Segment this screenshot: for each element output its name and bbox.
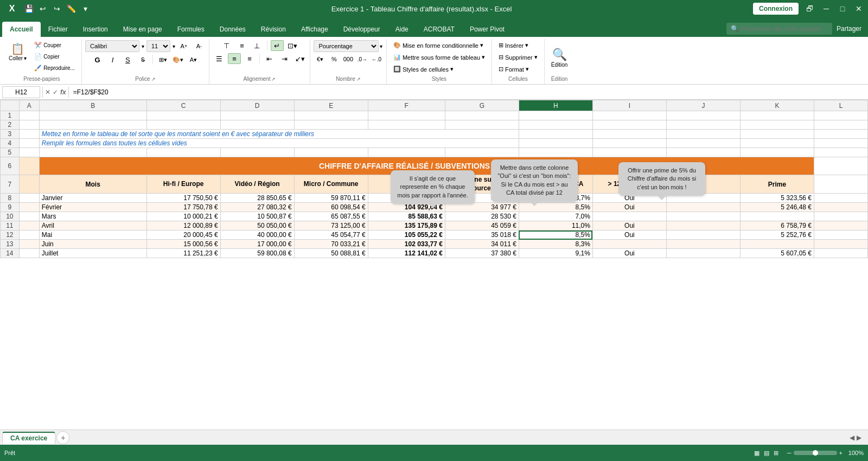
cell-f1[interactable] bbox=[368, 111, 445, 120]
row-num-10[interactable]: 10 bbox=[1, 212, 20, 221]
col-header-i[interactable]: I bbox=[592, 100, 666, 111]
cell-f11-total[interactable]: 135 175,89 € bbox=[368, 221, 445, 230]
cell-b13-mois[interactable]: Juin bbox=[39, 240, 146, 249]
cell-c8-hifi[interactable]: 17 750,50 € bbox=[146, 194, 220, 203]
cell-a3[interactable] bbox=[19, 130, 39, 139]
cell-b11-mois[interactable]: Avril bbox=[39, 221, 146, 230]
cell-k7-header[interactable]: Prime bbox=[741, 175, 814, 194]
cell-c7-header[interactable]: Hi-fi / Europe bbox=[146, 175, 220, 194]
alignement-expand-icon[interactable]: ↗ bbox=[271, 76, 276, 82]
cell-f12-total[interactable]: 105 055,22 € bbox=[368, 230, 445, 240]
cell-d9-video[interactable]: 27 080,32 € bbox=[220, 203, 294, 212]
decimal-decrease-button[interactable]: ←.0 bbox=[370, 54, 383, 65]
cell-k5[interactable] bbox=[741, 148, 814, 157]
align-bottom-button[interactable]: ⊥ bbox=[251, 40, 264, 51]
cell-b10-mois[interactable]: Mars bbox=[39, 212, 146, 221]
font-color-button[interactable]: A▾ bbox=[187, 54, 200, 65]
cell-f10-total[interactable]: 85 588,63 € bbox=[368, 212, 445, 221]
font-dropdown-icon[interactable]: ▾ bbox=[142, 43, 144, 49]
tab-donnees[interactable]: Données bbox=[212, 22, 253, 37]
tab-accueil[interactable]: Accueil bbox=[2, 22, 41, 37]
merge-button[interactable]: ⊡▾ bbox=[286, 40, 299, 51]
row-num-8[interactable]: 8 bbox=[1, 194, 20, 203]
page-break-icon[interactable]: ⊞ bbox=[774, 450, 778, 457]
cell-l12[interactable] bbox=[814, 230, 868, 240]
cell-a2[interactable] bbox=[19, 120, 39, 130]
col-header-d[interactable]: D bbox=[220, 100, 294, 111]
format-dropdown[interactable]: ▾ bbox=[526, 66, 529, 73]
cell-l8[interactable] bbox=[814, 194, 868, 203]
cell-e13-micro[interactable]: 70 033,21 € bbox=[294, 240, 368, 249]
cell-j9[interactable] bbox=[666, 203, 740, 212]
delete-dropdown[interactable]: ▾ bbox=[534, 54, 538, 61]
cell-f13-total[interactable]: 102 033,77 € bbox=[368, 240, 445, 249]
restore-icon[interactable]: 🗗 bbox=[805, 4, 815, 14]
align-top-button[interactable]: ⊤ bbox=[220, 40, 233, 51]
styles-dropdown[interactable]: ▾ bbox=[450, 66, 454, 73]
cell-k12-prime[interactable]: 5 252,76 € bbox=[741, 230, 814, 240]
cell-a5[interactable] bbox=[19, 148, 39, 157]
cell-h2[interactable] bbox=[519, 120, 592, 130]
cell-l13[interactable] bbox=[814, 240, 868, 249]
cell-a6[interactable] bbox=[19, 157, 39, 175]
cell-h1[interactable] bbox=[519, 111, 592, 120]
cell-e10-micro[interactable]: 65 087,55 € bbox=[294, 212, 368, 221]
orientation-button[interactable]: ↙▾ bbox=[293, 53, 307, 64]
strikethrough-button[interactable]: S̶ bbox=[136, 54, 149, 65]
cell-g11-moyenne[interactable]: 45 059 € bbox=[445, 221, 519, 230]
cell-j12[interactable] bbox=[666, 230, 740, 240]
cell-i10-gt12e[interactable] bbox=[592, 212, 666, 221]
cell-a9[interactable] bbox=[19, 203, 39, 212]
sheet-tab-ca-exercice[interactable]: CA exercice bbox=[2, 432, 55, 444]
cell-d5[interactable] bbox=[220, 148, 294, 157]
tab-developpeur[interactable]: Développeur bbox=[336, 22, 388, 37]
col-header-h[interactable]: H bbox=[519, 100, 592, 111]
cell-l3[interactable] bbox=[814, 130, 868, 139]
col-header-j[interactable]: J bbox=[666, 100, 740, 111]
col-header-f[interactable]: F bbox=[368, 100, 445, 111]
cell-i1[interactable] bbox=[592, 111, 666, 120]
maximize-icon[interactable]: □ bbox=[838, 4, 847, 14]
cell-i11-gt12e[interactable]: Oui bbox=[592, 221, 666, 230]
cell-j11[interactable] bbox=[666, 221, 740, 230]
cell-d12-video[interactable]: 40 000,00 € bbox=[220, 230, 294, 240]
increase-font-button[interactable]: A+ bbox=[177, 41, 190, 52]
share-label[interactable]: Partager bbox=[837, 25, 861, 33]
cell-b14-mois[interactable]: Juillet bbox=[39, 249, 146, 258]
cell-b12-mois[interactable]: Mai bbox=[39, 230, 146, 240]
zoom-plus-button[interactable]: + bbox=[839, 450, 843, 456]
cell-g12-moyenne[interactable]: 35 018 € bbox=[445, 230, 519, 240]
cell-j10[interactable] bbox=[666, 212, 740, 221]
col-header-l[interactable]: L bbox=[814, 100, 868, 111]
cell-h11-repartition[interactable]: 11,0% bbox=[519, 221, 592, 230]
cell-e5[interactable] bbox=[294, 148, 368, 157]
minimize-icon[interactable]: ─ bbox=[821, 4, 831, 14]
cell-j1[interactable] bbox=[666, 111, 740, 120]
cell-a7[interactable] bbox=[19, 175, 39, 194]
decimal-increase-button[interactable]: .0→ bbox=[356, 54, 369, 65]
cell-b8-mois[interactable]: Janvier bbox=[39, 194, 146, 203]
nombre-expand-icon[interactable]: ↗ bbox=[356, 76, 361, 82]
col-header-a[interactable]: A bbox=[19, 100, 39, 111]
mettre-tableau-button[interactable]: 📊 Mettre sous forme de tableau ▾ bbox=[390, 52, 488, 62]
insert-dropdown[interactable]: ▾ bbox=[525, 42, 528, 49]
cell-i9-gt12e[interactable]: Oui bbox=[592, 203, 666, 212]
cell-c10-hifi[interactable]: 10 000,21 € bbox=[146, 212, 220, 221]
cell-i2[interactable] bbox=[592, 120, 666, 130]
pen-icon[interactable]: ✏️ bbox=[66, 4, 76, 14]
align-center-button[interactable]: ≡ bbox=[228, 53, 241, 64]
cell-d2[interactable] bbox=[220, 120, 294, 130]
number-format-select[interactable]: Pourcentage bbox=[314, 40, 379, 52]
cell-g10-moyenne[interactable]: 28 530 € bbox=[445, 212, 519, 221]
cell-d8-video[interactable]: 28 850,65 € bbox=[220, 194, 294, 203]
col-header-k[interactable]: K bbox=[741, 100, 814, 111]
zoom-minus-button[interactable]: ─ bbox=[787, 450, 792, 456]
row-num-14[interactable]: 14 bbox=[1, 249, 20, 258]
cell-e12-micro[interactable]: 45 054,77 € bbox=[294, 230, 368, 240]
tab-insertion[interactable]: Insertion bbox=[75, 22, 116, 37]
cell-g1[interactable] bbox=[445, 111, 519, 120]
cell-c12-hifi[interactable]: 20 000,45 € bbox=[146, 230, 220, 240]
styles-cellules-button[interactable]: 🔲 Styles de cellules ▾ bbox=[390, 64, 457, 74]
col-header-e[interactable]: E bbox=[294, 100, 368, 111]
cell-l9[interactable] bbox=[814, 203, 868, 212]
